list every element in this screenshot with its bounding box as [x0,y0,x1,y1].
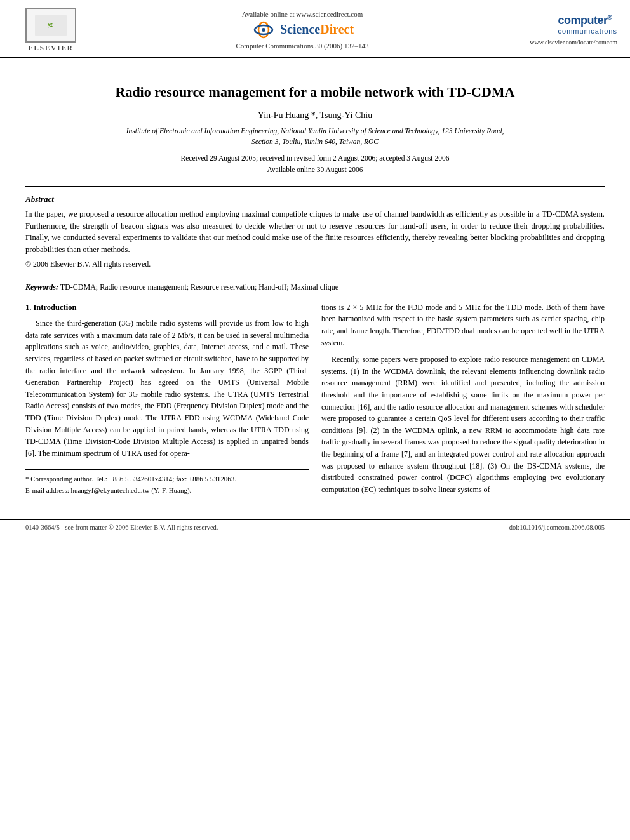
keywords-label: Keywords: [25,283,58,291]
keywords-text: Keywords: TD-CDMA; Radio resource manage… [25,281,605,293]
dates: Received 29 August 2005; received in rev… [25,152,605,176]
footnote-2: E-mail address: huangyf@el.yuntech.edu.t… [25,485,309,497]
section1-number: 1. [25,303,31,312]
elsevier-logo: 🌿 ELSEVIER [13,8,89,51]
available-online-date: Available online 30 August 2006 [267,166,363,173]
svg-text:🌿: 🌿 [48,22,54,28]
abstract-title: Abstract [25,194,605,204]
sciencedirect-logo: ScienceDirect [89,20,516,39]
elsevier-text: ELSEVIER [28,44,74,51]
col2-para1: tions is 2 × 5 MHz for the FDD mode and … [321,302,605,349]
paper-title: Radio resource management for a mobile n… [25,83,605,102]
footer-left: 0140-3664/$ - see front matter © 2006 El… [25,524,218,531]
header-right-section: computer® communications www.elsevier.co… [516,14,617,46]
abstract-section: Abstract In the paper, we proposed a res… [25,194,605,269]
computer-label: computer® [558,14,617,27]
footnotes: * Corresponding author. Tel.: +886 5 534… [25,469,309,496]
col2-para2: Recently, some papers were proposed to e… [321,354,605,495]
trademark: ® [608,14,612,21]
abstract-text: In the paper, we proposed a resource all… [25,208,605,256]
keywords-content: TD-CDMA; Radio resource management; Reso… [60,283,338,291]
svg-point-4 [262,28,265,32]
affiliation-line2: Section 3, Touliu, Yunlin 640, Taiwan, R… [251,138,379,145]
elsevier-icon-box: 🌿 [25,8,76,43]
keywords-section: Keywords: TD-CDMA; Radio resource manage… [25,277,605,293]
affiliation: Institute of Electronic and Information … [25,126,605,148]
affiliation-line1: Institute of Electronic and Information … [126,127,504,135]
page-footer: 0140-3664/$ - see front matter © 2006 El… [0,519,630,535]
header-center-section: Available online at www.sciencedirect.co… [89,10,516,50]
left-column: 1. Introduction Since the third-generati… [25,302,309,501]
communications-label: communications [558,27,617,35]
footer-doi: doi:10.1016/j.comcom.2006.08.005 [509,524,605,531]
col1-para1: Since the third-generation (3G) mobile r… [25,317,309,459]
section1-title: Introduction [34,303,77,312]
section1-heading: 1. Introduction [25,302,309,314]
elsevier-logo-section: 🌿 ELSEVIER [13,8,89,51]
divider-1 [25,186,605,187]
computer-communications-logo: computer® communications [558,14,617,35]
sciencedirect-text: ScienceDirect [280,22,354,37]
footnote-1: * Corresponding author. Tel.: +886 5 534… [25,474,309,485]
received-date: Received 29 August 2005; received in rev… [181,154,450,162]
right-column: tions is 2 × 5 MHz for the FDD mode and … [321,302,605,501]
elsevier-url: www.elsevier.com/locate/comcom [516,39,617,46]
two-column-body: 1. Introduction Since the third-generati… [25,302,605,501]
page-header: 🌿 ELSEVIER Available online at www.scien… [0,0,630,58]
main-content: Radio resource management for a mobile n… [0,58,630,513]
available-online-text: Available online at www.sciencedirect.co… [89,10,516,18]
sciencedirect-icon [251,20,276,39]
copyright: © 2006 Elsevier B.V. All rights reserved… [25,260,605,269]
authors: Yin-Fu Huang *, Tsung-Yi Chiu [25,110,605,121]
journal-name: Computer Communications 30 (2006) 132–14… [89,42,516,50]
